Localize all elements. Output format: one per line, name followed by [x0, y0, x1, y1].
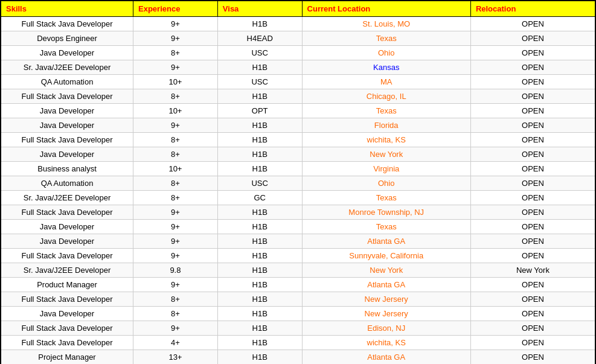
cell-relocation: OPEN [470, 278, 595, 292]
cell-skills: Java Developer [1, 147, 133, 162]
table-row: Java Developer8+H1BNew JerseryOPEN [1, 307, 595, 321]
header-row: Skills Experience Visa Current Location … [1, 1, 595, 17]
cell-relocation: OPEN [470, 336, 595, 350]
cell-experience: 13+ [133, 350, 218, 365]
table-row: Full Stack Java Developer9+H1BEdison, NJ… [1, 321, 595, 336]
table-row: Project Manager13+H1BAtlanta GAOPEN [1, 350, 595, 365]
cell-visa: H1B [217, 336, 302, 350]
cell-skills: QA Automation [1, 75, 133, 89]
cell-experience: 8+ [133, 307, 218, 321]
cell-visa: H1B [217, 133, 302, 147]
cell-relocation: OPEN [470, 147, 595, 162]
cell-skills: QA Automation [1, 176, 133, 191]
cell-skills: Java Developer [1, 234, 133, 249]
cell-skills: Full Stack Java Developer [1, 133, 133, 147]
cell-visa: H1B [217, 205, 302, 220]
cell-location: Monroe Township, NJ [302, 205, 470, 220]
cell-visa: H1B [217, 17, 302, 31]
table-row: Devops Engineer9+H4EADTexasOPEN [1, 31, 595, 46]
cell-visa: H1B [217, 263, 302, 278]
cell-location: New Jersery [302, 307, 470, 321]
cell-visa: H1B [217, 249, 302, 263]
table-row: Java Developer9+H1BTexasOPEN [1, 220, 595, 234]
cell-experience: 8+ [133, 191, 218, 205]
main-table: Skills Experience Visa Current Location … [0, 0, 596, 364]
cell-skills: Java Developer [1, 220, 133, 234]
cell-location: wichita, KS [302, 336, 470, 350]
cell-experience: 9+ [133, 278, 218, 292]
table-row: Full Stack Java Developer4+H1Bwichita, K… [1, 336, 595, 350]
cell-skills: Sr. Java/J2EE Developer [1, 60, 133, 75]
cell-relocation: OPEN [470, 307, 595, 321]
cell-location: New York [302, 263, 470, 278]
cell-location: Ohio [302, 46, 470, 60]
cell-skills: Full Stack Java Developer [1, 292, 133, 307]
cell-skills: Product Manager [1, 278, 133, 292]
cell-experience: 9+ [133, 118, 218, 133]
cell-visa: H1B [217, 162, 302, 176]
cell-skills: Full Stack Java Developer [1, 205, 133, 220]
cell-visa: USC [217, 176, 302, 191]
cell-relocation: OPEN [470, 60, 595, 75]
cell-location: Atlanta GA [302, 234, 470, 249]
cell-location: Atlanta GA [302, 350, 470, 365]
cell-relocation: OPEN [470, 220, 595, 234]
cell-relocation: OPEN [470, 118, 595, 133]
table-row: Business analyst10+H1BVirginiaOPEN [1, 162, 595, 176]
cell-experience: 9+ [133, 17, 218, 31]
cell-relocation: OPEN [470, 249, 595, 263]
table-body: Full Stack Java Developer9+H1BSt. Louis,… [1, 17, 595, 365]
cell-visa: H1B [217, 278, 302, 292]
cell-experience: 8+ [133, 147, 218, 162]
cell-relocation: OPEN [470, 176, 595, 191]
cell-relocation: OPEN [470, 46, 595, 60]
cell-visa: H4EAD [217, 31, 302, 46]
cell-experience: 8+ [133, 292, 218, 307]
cell-experience: 9+ [133, 321, 218, 336]
table-row: Full Stack Java Developer9+H1BSt. Louis,… [1, 17, 595, 31]
cell-relocation: OPEN [470, 234, 595, 249]
cell-location: Edison, NJ [302, 321, 470, 336]
cell-visa: USC [217, 46, 302, 60]
cell-experience: 9+ [133, 249, 218, 263]
cell-skills: Devops Engineer [1, 31, 133, 46]
cell-location: Texas [302, 220, 470, 234]
cell-skills: Business analyst [1, 162, 133, 176]
table-row: Full Stack Java Developer8+H1BNew Jerser… [1, 292, 595, 307]
cell-visa: OPT [217, 104, 302, 118]
cell-relocation: OPEN [470, 162, 595, 176]
table-row: Java Developer9+H1BFloridaOPEN [1, 118, 595, 133]
cell-skills: Full Stack Java Developer [1, 89, 133, 104]
table-row: Sr. Java/J2EE Developer9+H1BKansasOPEN [1, 60, 595, 75]
cell-relocation: OPEN [470, 31, 595, 46]
table-row: Java Developer10+OPTTexasOPEN [1, 104, 595, 118]
cell-skills: Java Developer [1, 46, 133, 60]
cell-visa: H1B [217, 321, 302, 336]
cell-experience: 8+ [133, 89, 218, 104]
header-visa: Visa [217, 1, 302, 17]
header-location: Current Location [302, 1, 470, 17]
cell-location: Florida [302, 118, 470, 133]
cell-experience: 8+ [133, 46, 218, 60]
cell-skills: Full Stack Java Developer [1, 336, 133, 350]
cell-skills: Sr. Java/J2EE Developer [1, 191, 133, 205]
cell-location: New Jersery [302, 292, 470, 307]
table-row: Sr. Java/J2EE Developer9.8H1BNew YorkNew… [1, 263, 595, 278]
cell-location: Texas [302, 104, 470, 118]
cell-relocation: New York [470, 263, 595, 278]
cell-skills: Project Manager [1, 350, 133, 365]
cell-experience: 9+ [133, 220, 218, 234]
cell-visa: H1B [217, 234, 302, 249]
cell-experience: 9+ [133, 205, 218, 220]
cell-experience: 10+ [133, 104, 218, 118]
cell-experience: 4+ [133, 336, 218, 350]
cell-experience: 9+ [133, 234, 218, 249]
cell-relocation: OPEN [470, 17, 595, 31]
cell-location: Chicago, IL [302, 89, 470, 104]
cell-experience: 10+ [133, 75, 218, 89]
cell-visa: H1B [217, 307, 302, 321]
cell-visa: H1B [217, 118, 302, 133]
cell-skills: Full Stack Java Developer [1, 17, 133, 31]
cell-skills: Java Developer [1, 307, 133, 321]
header-relocation: Relocation [470, 1, 595, 17]
